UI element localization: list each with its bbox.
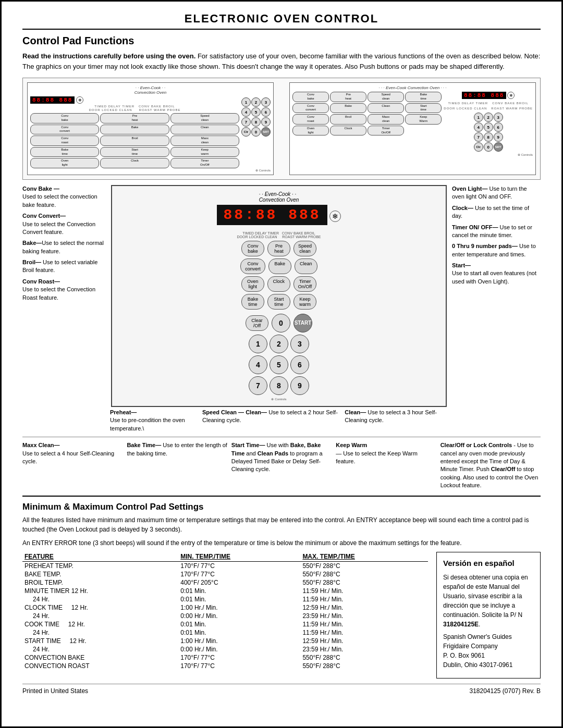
center-oven-light[interactable]: Ovenlight <box>241 276 264 292</box>
left-broil[interactable]: Broil <box>100 135 169 146</box>
right-keep-warm[interactable]: KeepWarm <box>405 114 442 125</box>
right-clean[interactable]: Clean <box>368 103 404 114</box>
right-conv-bake[interactable]: Convbake <box>292 92 329 102</box>
left-key-clear[interactable]: Clr <box>241 127 251 137</box>
bottom-desc-start-time: Start Time— Use with Bake, Bake Time and… <box>231 441 332 489</box>
right-key-8[interactable]: 8 <box>484 132 493 142</box>
desc-broil: Broil— Use to select variable Broil feat… <box>22 258 106 275</box>
left-speed-clean[interactable]: Speedclean <box>170 113 239 124</box>
minmax-table-wrap: FEATURE MIN. TEMP./TIME MAX. TEMP./TIME … <box>22 552 428 678</box>
left-small-panel: · · Even-Cook · ·Convection Oven 88:88 8… <box>27 82 274 175</box>
right-speed-clean[interactable]: Speedclean <box>368 92 404 102</box>
page: ELECTRONIC OVEN CONTROL Control Pad Func… <box>0 0 563 728</box>
center-func-row1: Convbake Preheat Speedclean <box>241 241 316 256</box>
right-oven-light[interactable]: Ovenlight <box>292 126 329 136</box>
part-number: 318204125E <box>443 621 479 628</box>
center-conv-convert[interactable]: Convconvert <box>240 258 265 274</box>
mid-desc-center: Preheat—Use to pre-condition the oven te… <box>110 409 448 433</box>
left-oven-light[interactable]: Ovenlight <box>30 158 99 168</box>
center-pre-heat[interactable]: Preheat <box>267 241 290 256</box>
right-key-start[interactable]: SRT <box>494 142 503 152</box>
right-key-7[interactable]: 7 <box>474 132 483 142</box>
right-key-5[interactable]: 5 <box>484 122 493 132</box>
right-bake-time[interactable]: Baketime <box>405 92 442 102</box>
right-timer-onoff[interactable]: TimerOn/Off <box>368 126 404 136</box>
bottom-desc-maxx: Maxx Clean— Use to select a 4 hour Self-… <box>22 441 123 489</box>
center-key-6[interactable]: 6 <box>290 355 309 374</box>
right-pre-heat[interactable]: Preheat <box>330 92 366 102</box>
right-conv-convert[interactable]: Convconvert <box>292 103 329 114</box>
right-display: 88:88 888 <box>462 92 506 99</box>
center-start-time[interactable]: Starttime <box>267 294 290 310</box>
right-key-2[interactable]: 2 <box>484 113 493 122</box>
center-speed-clean[interactable]: Speedclean <box>293 241 316 256</box>
desc-speed-clean: Speed Clean — Clean— Use to select a 2 h… <box>202 409 339 433</box>
center-key-7[interactable]: 7 <box>249 376 267 395</box>
center-key-9[interactable]: 9 <box>290 376 309 395</box>
right-key-9[interactable]: 9 <box>494 132 503 142</box>
center-key-5[interactable]: 5 <box>270 355 288 374</box>
left-conv-convert[interactable]: Convconvert <box>30 125 99 135</box>
center-timer-onoff[interactable]: TimerOn/Off <box>293 276 316 292</box>
right-key-6[interactable]: 6 <box>494 122 503 132</box>
right-conv-roast[interactable]: Convroast <box>292 114 329 125</box>
center-key-4[interactable]: 4 <box>249 355 267 374</box>
left-bake[interactable]: Bake <box>100 125 169 135</box>
right-key-1[interactable]: 1 <box>474 113 483 122</box>
left-clock[interactable]: Clock <box>100 158 169 168</box>
left-bake-time[interactable]: Baketime <box>30 147 99 157</box>
left-clean[interactable]: Clean <box>170 125 239 135</box>
center-bake[interactable]: Bake <box>268 258 291 274</box>
left-maxx-clean[interactable]: Maxxclean <box>170 135 239 146</box>
left-descriptions: Conv Bake — Used to select the convectio… <box>22 185 106 407</box>
right-clock[interactable]: Clock <box>330 126 366 136</box>
left-key-5[interactable]: 5 <box>251 107 261 117</box>
left-key-9[interactable]: 9 <box>261 117 271 127</box>
right-key-0[interactable]: 0 <box>484 142 493 152</box>
left-key-8[interactable]: 8 <box>251 117 261 127</box>
left-key-start[interactable]: SRT <box>261 127 271 137</box>
center-conv-bake[interactable]: Convbake <box>241 241 264 256</box>
control-panels-row: · · Even-Cook · ·Convection Oven 88:88 8… <box>22 78 541 180</box>
right-maxx-clean[interactable]: Maxxclean <box>368 114 404 125</box>
right-bake[interactable]: Bake <box>330 103 366 114</box>
intro-text: Read the instructions carefully before u… <box>22 51 541 71</box>
center-clear-off[interactable]: Clear/Off <box>246 315 268 331</box>
center-key-1[interactable]: 1 <box>249 335 267 353</box>
left-display: 88:88 888 <box>30 96 75 104</box>
center-bake-time[interactable]: Baketime <box>241 294 264 310</box>
left-start-time[interactable]: Starttime <box>100 147 169 157</box>
right-broil[interactable]: Broil <box>330 114 366 125</box>
center-key-start[interactable]: START <box>293 314 312 332</box>
col-max: MAX. TEMP./TIME <box>300 552 428 562</box>
left-indicator2: DOOR LOCKED CLEAN ROAST WARM PROBE <box>30 108 239 112</box>
center-key-8[interactable]: 8 <box>270 376 288 395</box>
left-conv-roast[interactable]: Convroast <box>30 135 99 146</box>
right-key-3[interactable]: 3 <box>494 113 503 122</box>
left-key-3[interactable]: 3 <box>261 97 271 107</box>
right-key-4[interactable]: 4 <box>474 122 483 132</box>
center-clock[interactable]: Clock <box>267 276 290 292</box>
center-keep-warm[interactable]: Keepwarm <box>293 294 316 310</box>
mid-desc-right <box>452 409 541 433</box>
center-key-2[interactable]: 2 <box>270 335 288 353</box>
left-timer-onoff[interactable]: TimerOn/Off <box>170 158 239 168</box>
minmax-intro2: An ENTRY ERROR tone (3 short beeps) will… <box>22 538 541 548</box>
left-key-4[interactable]: 4 <box>241 107 251 117</box>
left-key-1[interactable]: 1 <box>241 97 251 107</box>
left-keep-warm[interactable]: Keepwarm <box>170 147 239 157</box>
row-broil: BROIL TEMP. 400°F/ 205°C 550°F/ 288°C <box>22 578 428 587</box>
left-conv-bake[interactable]: Convbake <box>30 113 99 124</box>
left-key-0[interactable]: 0 <box>251 127 261 137</box>
left-key-6[interactable]: 6 <box>261 107 271 117</box>
center-key-0[interactable]: 0 <box>272 314 290 332</box>
left-key-7[interactable]: 7 <box>241 117 251 127</box>
spanish-text2: Spanish Owner's GuidesFrigidaire Company… <box>443 632 534 670</box>
right-indicator: TIMED DELAY TIMER CONV BAKE BROIL <box>448 102 528 105</box>
center-clean[interactable]: Clean <box>295 258 317 274</box>
right-start-time[interactable]: Starttime <box>405 103 442 114</box>
center-key-3[interactable]: 3 <box>290 335 309 353</box>
right-key-clear[interactable]: Clr <box>474 142 483 152</box>
left-pre-heat[interactable]: Preheat <box>100 113 169 124</box>
left-key-2[interactable]: 2 <box>251 97 261 107</box>
